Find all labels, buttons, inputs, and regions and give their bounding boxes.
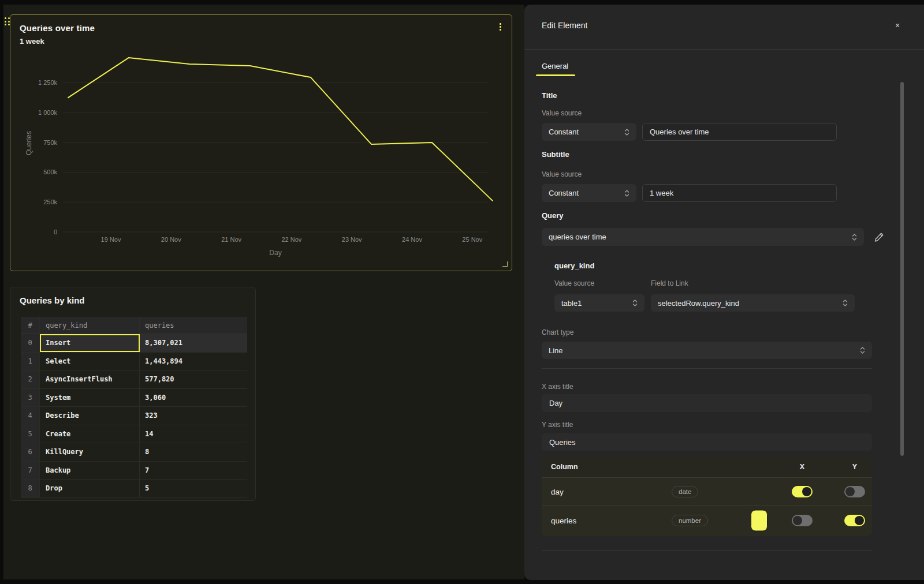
series-color-swatch[interactable] <box>751 510 767 531</box>
row-index: 5 <box>21 425 40 443</box>
section-query-heading: Query <box>542 211 564 220</box>
cell-query-kind[interactable]: Select <box>40 353 140 370</box>
chevron-updown-icon <box>632 299 638 307</box>
query-select[interactable]: queries over time <box>542 228 864 246</box>
table-row[interactable]: 2 AsyncInsertFlush 577,820 <box>21 370 247 389</box>
y-axis-tick-label: 1 000k <box>38 109 58 116</box>
cell-queries[interactable]: 3,060 <box>140 389 247 407</box>
chart-title: Queries over time <box>20 23 95 33</box>
x-axis-title-input[interactable] <box>542 394 872 412</box>
y-axis-title-input[interactable] <box>542 433 872 451</box>
resize-handle[interactable] <box>502 261 508 267</box>
row-index: 0 <box>21 334 40 352</box>
subtitle-value-input[interactable] <box>642 184 837 202</box>
cell-queries[interactable]: 577,820 <box>140 370 247 388</box>
title-value-source-select[interactable]: Constant <box>542 123 636 141</box>
subtitle-value-source-select[interactable]: Constant <box>542 184 636 202</box>
close-icon[interactable]: × <box>892 20 903 31</box>
x-axis-tick-label: 21 Nov <box>221 236 241 243</box>
y-header-label: Y <box>844 463 865 471</box>
select-value: Constant <box>549 128 620 136</box>
dashboard-canvas: 0250k500k750k1 000k1 250k19 Nov20 Nov21 … <box>3 5 524 579</box>
table-row[interactable]: 7 Backup 7 <box>21 462 247 480</box>
cell-query-kind[interactable]: Backup <box>40 462 140 480</box>
cell-queries[interactable]: 7 <box>140 462 247 480</box>
column-header-label: Column <box>551 463 578 471</box>
row-index: 3 <box>21 389 40 407</box>
table-row[interactable]: 4 Describe 323 <box>21 407 247 425</box>
row-index: 2 <box>21 370 40 388</box>
select-value: Constant <box>549 189 620 197</box>
row-index: 4 <box>21 407 40 425</box>
table-row[interactable]: 6 KillQuery 8 <box>21 443 247 462</box>
chart-type-label: Chart type <box>542 328 573 336</box>
edit-query-pencil-icon[interactable] <box>873 231 885 243</box>
edit-element-panel: Edit Element × General Title Value sourc… <box>524 5 924 580</box>
chart-line <box>68 58 493 201</box>
x-axis-title: Day <box>269 249 281 257</box>
x-axis-tick-label: 19 Nov <box>101 236 121 243</box>
chart-type-select[interactable]: Line <box>542 342 872 359</box>
chevron-updown-icon <box>852 233 857 241</box>
kebab-menu-icon[interactable] <box>497 23 504 32</box>
cell-query-kind[interactable]: Insert <box>40 334 140 352</box>
data-table: # query_kind queries 0 Insert 8,307,021 … <box>21 317 247 498</box>
y-toggle[interactable] <box>844 486 865 497</box>
cell-query-kind[interactable]: System <box>40 389 140 407</box>
cell-query-kind[interactable]: Drop <box>40 480 140 497</box>
cell-query-kind[interactable]: KillQuery <box>40 443 140 461</box>
cell-query-kind[interactable]: AsyncInsertFlush <box>40 370 140 388</box>
drag-handle-icon[interactable] <box>5 17 10 27</box>
table-row[interactable]: 8 Drop 5 <box>21 480 247 498</box>
table-title: Queries by kind <box>20 295 85 305</box>
cell-queries[interactable]: 323 <box>140 407 247 425</box>
line-chart: 0250k500k750k1 000k1 250k19 Nov20 Nov21 … <box>10 15 512 271</box>
y-toggle[interactable] <box>844 515 865 526</box>
table-header-row: # query_kind queries <box>21 317 247 334</box>
chevron-updown-icon <box>624 189 629 197</box>
panel-title: Edit Element <box>542 21 587 30</box>
cell-query-kind[interactable]: Describe <box>40 407 140 425</box>
y-axis-tick-label: 250k <box>43 199 57 205</box>
cell-queries[interactable]: 14 <box>140 425 247 443</box>
field-to-link-label: Field to Link <box>651 279 688 287</box>
table-row[interactable]: 0 Insert 8,307,021 <box>21 334 247 353</box>
title-value-input[interactable] <box>642 123 837 141</box>
table-row[interactable]: 1 Select 1,443,894 <box>21 353 247 371</box>
table-widget: Queries by kind # query_kind queries 0 I… <box>10 287 256 501</box>
chart-subtitle: 1 week <box>20 37 44 46</box>
cell-queries[interactable]: 1,443,894 <box>140 353 247 370</box>
table-row[interactable]: 3 System 3,060 <box>21 389 247 407</box>
field-to-link-select[interactable]: selectedRow.query_kind <box>651 294 855 312</box>
cell-query-kind[interactable]: Create <box>40 425 140 443</box>
query-param-name: query_kind <box>554 261 594 270</box>
param-value-source-select[interactable]: table1 <box>554 294 644 312</box>
app-window: 0250k500k750k1 000k1 250k19 Nov20 Nov21 … <box>0 0 924 584</box>
column-row-day: day date <box>542 478 872 506</box>
divider <box>542 550 872 551</box>
chevron-updown-icon <box>624 128 629 136</box>
y-axis-title: Queries <box>25 131 33 155</box>
x-toggle[interactable] <box>792 515 813 526</box>
cell-queries[interactable]: 8 <box>140 443 247 461</box>
y-axis-tick-label: 0 <box>54 229 57 235</box>
y-axis-tick-label: 500k <box>43 169 57 175</box>
cell-queries[interactable]: 8,307,021 <box>140 334 247 352</box>
scrollbar-thumb[interactable] <box>900 82 904 456</box>
tab-general[interactable]: General <box>542 62 568 70</box>
x-axis-tick-label: 23 Nov <box>342 236 362 243</box>
cell-queries[interactable]: 5 <box>140 480 247 497</box>
divider <box>542 368 872 369</box>
row-index: 1 <box>21 353 40 370</box>
section-title-heading: Title <box>542 91 557 100</box>
y-axis-title-label: Y axis title <box>542 421 573 429</box>
select-value: Line <box>549 346 855 355</box>
row-index: 7 <box>21 462 40 480</box>
y-axis-tick-label: 1 250k <box>38 79 58 86</box>
value-source-label: Value source <box>554 279 594 287</box>
table-row[interactable]: 5 Create 14 <box>21 425 247 444</box>
select-value: queries over time <box>549 233 847 241</box>
chart-widget[interactable]: 0250k500k750k1 000k1 250k19 Nov20 Nov21 … <box>10 14 512 271</box>
x-toggle[interactable] <box>792 486 813 497</box>
column-name: day <box>551 487 564 496</box>
